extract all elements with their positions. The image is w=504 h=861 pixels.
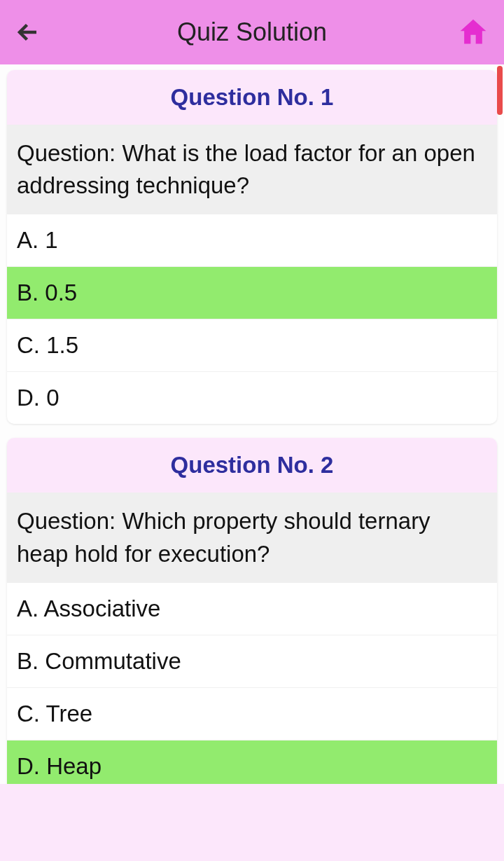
question-number-label: Question No. 1 xyxy=(171,84,334,110)
home-icon xyxy=(458,17,489,48)
question-label-prefix: Question No. xyxy=(171,452,321,478)
question-label-prefix: Question No. xyxy=(171,84,321,110)
question-header: Question No. 1 xyxy=(7,70,497,125)
page-title: Quiz Solution xyxy=(177,18,327,47)
answer-option: C. 1.5 xyxy=(7,319,497,372)
arrow-left-icon xyxy=(15,20,41,45)
bottom-bar xyxy=(0,784,504,861)
question-header: Question No. 2 xyxy=(7,438,497,493)
back-button[interactable] xyxy=(13,17,43,48)
answer-option: B. Commutative xyxy=(7,635,497,688)
question-text: Question: Which property should ternary … xyxy=(7,493,497,582)
question-number: 1 xyxy=(321,84,333,110)
question-text: Question: What is the load factor for an… xyxy=(7,125,497,214)
content-area[interactable]: Question No. 1 Question: What is the loa… xyxy=(0,64,504,861)
answer-option: A. 1 xyxy=(7,214,497,267)
app-bar: Quiz Solution xyxy=(0,0,504,64)
question-number-label: Question No. 2 xyxy=(171,452,334,478)
answer-option: A. Associative xyxy=(7,583,497,635)
scroll-indicator xyxy=(497,66,503,115)
answer-option: C. Tree xyxy=(7,688,497,741)
question-card: Question No. 2 Question: Which property … xyxy=(7,438,497,792)
home-button[interactable] xyxy=(455,14,491,50)
question-number: 2 xyxy=(321,452,333,478)
answer-option: D. 0 xyxy=(7,372,497,424)
answer-option-correct: B. 0.5 xyxy=(7,267,497,319)
question-card: Question No. 1 Question: What is the loa… xyxy=(7,70,497,424)
